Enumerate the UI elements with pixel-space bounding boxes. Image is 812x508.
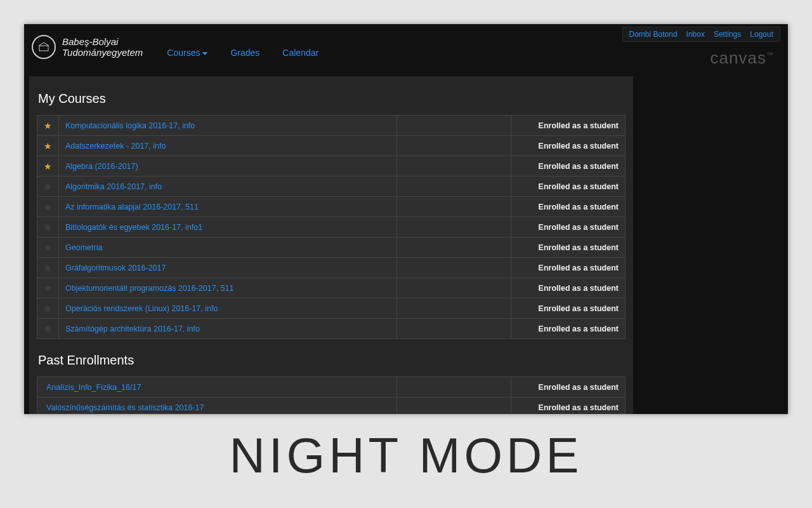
table-row: ★Az informatika alapjai 2016-2017, 511En… <box>37 197 625 217</box>
star-icon[interactable]: ★ <box>44 263 52 273</box>
nickname-cell <box>397 278 511 298</box>
inbox-link[interactable]: Inbox <box>686 30 705 39</box>
role-cell: Enrolled as a student <box>511 197 625 217</box>
star-icon[interactable]: ★ <box>44 222 52 232</box>
table-row: ★Számítógép architektúra 2016-17, infoEn… <box>37 319 625 339</box>
table-row: ★Objektumorientált programozás 2016-2017… <box>37 278 625 298</box>
svg-rect-0 <box>39 46 48 51</box>
role-cell: Enrolled as a student <box>511 278 625 298</box>
nickname-cell <box>397 156 511 177</box>
star-icon[interactable]: ★ <box>44 182 52 192</box>
course-link[interactable]: Bittologatók és egyebek 2016-17, info1 <box>65 223 202 232</box>
course-link[interactable]: Számítógép architektúra 2016-17, info <box>65 324 200 333</box>
course-link[interactable]: Analízis_Info_Fizika_16/17 <box>46 383 141 392</box>
role-cell: Enrolled as a student <box>511 217 625 237</box>
role-cell: Enrolled as a student <box>511 377 625 398</box>
course-link[interactable]: Geometria <box>65 243 102 252</box>
table-row: ★Komputacionális logika 2016-17, infoEnr… <box>37 116 625 136</box>
app-window: Dombi Botond Inbox Settings Logout Babeş… <box>24 24 788 414</box>
past-enrollments-heading: Past Enrollments <box>38 353 624 368</box>
table-row: ★GeometriaEnrolled as a student <box>37 237 625 258</box>
nickname-cell <box>397 136 511 156</box>
nav-grades[interactable]: Grades <box>230 48 259 58</box>
star-icon[interactable]: ★ <box>44 304 52 314</box>
chevron-down-icon <box>202 52 207 55</box>
star-icon[interactable]: ★ <box>44 243 52 253</box>
star-icon[interactable]: ★ <box>44 202 52 212</box>
brand-line1: Babeş-Bolyai <box>62 36 143 47</box>
role-cell: Enrolled as a student <box>511 398 625 415</box>
table-row: Analízis_Info_Fizika_16/17Enrolled as a … <box>37 377 625 398</box>
nickname-cell <box>397 377 511 398</box>
caption-text: NIGHT MODE <box>0 427 812 485</box>
user-name-link[interactable]: Dombi Botond <box>629 30 678 39</box>
role-cell: Enrolled as a student <box>511 177 625 197</box>
table-row: Valószínűségszámítás és statisztika 2016… <box>37 398 625 415</box>
star-icon[interactable]: ★ <box>44 141 52 151</box>
main-nav: Courses Grades Calendar <box>167 48 318 58</box>
nickname-cell <box>397 319 511 339</box>
nickname-cell <box>397 258 511 278</box>
nav-courses[interactable]: Courses <box>167 48 207 58</box>
platform-logo: canvas™ <box>710 48 774 68</box>
university-logo-icon <box>32 35 56 59</box>
course-link[interactable]: Operációs rendszerek (Linux) 2016-17, in… <box>65 304 218 313</box>
course-link[interactable]: Gráfalgoritmusok 2016-2017 <box>65 264 166 272</box>
brand-line2: Tudományegyetem <box>62 47 143 58</box>
table-row: ★Gráfalgoritmusok 2016-2017Enrolled as a… <box>37 258 625 278</box>
star-icon[interactable]: ★ <box>44 121 52 131</box>
role-cell: Enrolled as a student <box>511 258 625 278</box>
role-cell: Enrolled as a student <box>511 298 625 319</box>
course-link[interactable]: Objektumorientált programozás 2016-2017,… <box>65 284 233 293</box>
nickname-cell <box>397 237 511 258</box>
nav-courses-label: Courses <box>167 48 200 58</box>
course-link[interactable]: Algoritmika 2016-2017, info <box>65 182 162 191</box>
tm-mark: ™ <box>766 51 774 58</box>
my-courses-table: ★Komputacionális logika 2016-17, infoEnr… <box>37 115 625 339</box>
logout-link[interactable]: Logout <box>750 30 773 39</box>
role-cell: Enrolled as a student <box>511 237 625 258</box>
role-cell: Enrolled as a student <box>511 116 625 136</box>
role-cell: Enrolled as a student <box>511 136 625 156</box>
nickname-cell <box>397 298 511 319</box>
table-row: ★Algebra (2016-2017)Enrolled as a studen… <box>37 156 625 177</box>
star-icon[interactable]: ★ <box>44 283 52 293</box>
table-row: ★Algoritmika 2016-2017, infoEnrolled as … <box>37 177 625 197</box>
nickname-cell <box>397 116 511 136</box>
role-cell: Enrolled as a student <box>511 156 625 177</box>
nickname-cell <box>397 217 511 237</box>
nickname-cell <box>397 177 511 197</box>
star-icon[interactable]: ★ <box>44 161 52 171</box>
table-row: ★Operációs rendszerek (Linux) 2016-17, i… <box>37 298 625 319</box>
star-icon[interactable]: ★ <box>44 324 52 334</box>
nav-calendar[interactable]: Calendar <box>282 48 318 58</box>
nickname-cell <box>397 197 511 217</box>
my-courses-heading: My Courses <box>38 91 624 106</box>
course-link[interactable]: Az informatika alapjai 2016-2017, 511 <box>65 203 199 211</box>
brand-text: Babeş-Bolyai Tudományegyetem <box>62 36 143 58</box>
course-link[interactable]: Algebra (2016-2017) <box>65 162 138 171</box>
content-area: My Courses ★Komputacionális logika 2016-… <box>29 76 633 414</box>
course-link[interactable]: Adatszerkezetek - 2017, info <box>65 142 166 150</box>
course-link[interactable]: Valószínűségszámítás és statisztika 2016… <box>46 403 204 412</box>
table-row: ★Bittologatók és egyebek 2016-17, info1E… <box>37 217 625 237</box>
table-row: ★Adatszerkezetek - 2017, infoEnrolled as… <box>37 136 625 156</box>
past-courses-table: Analízis_Info_Fizika_16/17Enrolled as a … <box>37 377 625 414</box>
role-cell: Enrolled as a student <box>511 319 625 339</box>
nickname-cell <box>397 398 511 415</box>
settings-link[interactable]: Settings <box>714 30 741 39</box>
course-link[interactable]: Komputacionális logika 2016-17, info <box>65 121 195 130</box>
user-topbar: Dombi Botond Inbox Settings Logout <box>622 27 780 42</box>
platform-logo-text: canvas <box>710 48 766 67</box>
